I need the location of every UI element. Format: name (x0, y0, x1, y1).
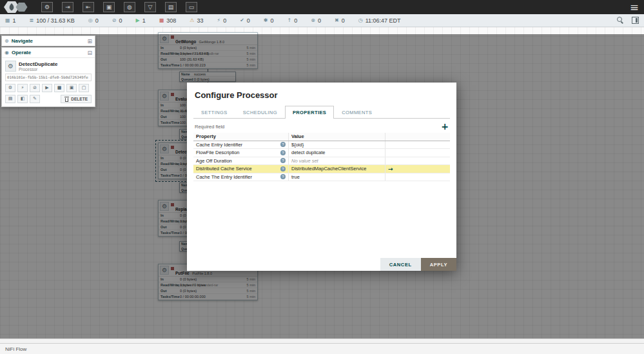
delete-button[interactable]: DELETE (61, 95, 92, 103)
properties-table: Property Value Cache Entry Identifier? $… (193, 133, 450, 181)
status-active-threads: ▦1 (5, 17, 16, 24)
navigate-icon: ⊕ (5, 38, 9, 44)
go-to-service-icon[interactable]: → (388, 166, 393, 172)
navigate-expand-icon[interactable]: ⊞ (87, 38, 92, 44)
status-running: ▶1 (136, 17, 146, 24)
stopped-icon: ■ (159, 17, 164, 23)
operate-panel: ◉ Operate ⊟ ⚙ DetectDuplicate Processor … (1, 47, 95, 107)
table-row[interactable]: Age Off Duration? No value set (193, 157, 450, 166)
table-row[interactable]: Cache The Entry Identifier? true (193, 173, 450, 182)
breadcrumb[interactable]: NiFi Flow (5, 346, 26, 352)
property-value: ${oid} (289, 141, 385, 149)
copy-button[interactable]: ▣ (66, 84, 77, 92)
table-row[interactable]: FlowFile Description? detect duplicate (193, 149, 450, 157)
selected-component-id: 016b101e-fb5b-15b1-dfe0-5b0d726349fe (5, 74, 92, 81)
sync-failure-icon: ✖ (335, 17, 339, 23)
up-to-date-icon: ✔ (240, 17, 244, 23)
status-stale: ↑0 (288, 17, 298, 24)
required-field-label: Required field (195, 124, 224, 130)
status-disabled: ⚡0 (217, 17, 227, 24)
status-locally-modified-stale: ⊗0 (311, 17, 321, 24)
enable-button[interactable]: ⚡ (17, 84, 28, 92)
property-value: detect duplicate (289, 149, 385, 157)
table-row-selected[interactable]: Distributed Cache Service? DistributedMa… (193, 165, 450, 173)
property-column-header: Property (193, 133, 289, 141)
fill-color-button[interactable]: ◧ (17, 95, 28, 103)
locally-modified-icon: ✱ (264, 17, 268, 23)
navigate-panel: ⊕ Navigate ⊞ (1, 35, 95, 46)
status-stopped: ■308 (159, 17, 177, 24)
component-toolbar: ⚙ ⇥ ⇤ ▣ ◍ ▽ ▤ ▭ (41, 2, 197, 12)
tab-comments[interactable]: COMMENTS (334, 106, 380, 118)
table-header-row: Property Value (193, 133, 450, 141)
apply-button[interactable]: APPLY (421, 258, 456, 271)
status-refresh[interactable]: ◷11:06:47 EDT (358, 17, 401, 24)
table-row[interactable]: Cache Entry Identifier? ${oid} (193, 141, 450, 150)
status-up-to-date: ✔0 (240, 17, 250, 24)
property-value: DistributedMapCacheClientService (289, 165, 385, 173)
add-property-button[interactable]: + (441, 123, 449, 130)
selected-component-icon: ⚙ (5, 61, 16, 72)
transmitting-icon: ◎ (88, 17, 93, 23)
funnel-tool-icon[interactable]: ▽ (144, 2, 156, 12)
output-port-tool-icon[interactable]: ⇤ (83, 2, 94, 12)
dialog-title: Configure Processor (187, 83, 456, 100)
remote-process-group-tool-icon[interactable]: ◍ (124, 2, 135, 12)
refresh-time: 11:06:47 EDT (366, 17, 401, 24)
operate-collapse-icon[interactable]: ⊟ (87, 50, 92, 56)
configure-processor-dialog: Configure Processor SETTINGS SCHEDULING … (187, 83, 456, 271)
clock-icon: ◷ (358, 17, 363, 23)
change-color-button[interactable]: ✎ (30, 95, 40, 103)
top-toolbar: ⚙ ⇥ ⇤ ▣ ◍ ▽ ▤ ▭ ≡ (0, 0, 644, 14)
running-icon: ▶ (136, 17, 140, 23)
status-invalid: ⚠33 (190, 17, 203, 24)
info-icon[interactable]: ? (280, 174, 286, 179)
status-locally-modified: ✱0 (264, 17, 274, 24)
operate-icon: ◉ (5, 50, 9, 55)
navigate-title: Navigate (12, 38, 33, 44)
status-transmitting: ◎0 (88, 17, 99, 24)
horizontal-scrollbar[interactable] (0, 339, 644, 343)
nifi-logo (0, 0, 37, 14)
configure-button[interactable]: ⚙ (5, 84, 15, 92)
group-button[interactable]: ▢ (79, 84, 89, 92)
start-button[interactable]: ▶ (42, 84, 52, 92)
info-icon[interactable]: ? (280, 150, 286, 155)
status-not-transmitting: ⊘0 (112, 17, 122, 24)
status-queued: ≣100 / 31.63 KB (30, 17, 75, 24)
tab-settings[interactable]: SETTINGS (193, 106, 235, 118)
disable-button[interactable]: ⊘ (30, 84, 40, 92)
search-icon[interactable] (617, 17, 624, 24)
cancel-button[interactable]: CANCEL (380, 258, 421, 271)
global-menu-icon[interactable]: ≡ (630, 0, 639, 14)
stale-icon: ↑ (288, 17, 292, 23)
operate-title: Operate (12, 50, 31, 55)
info-icon[interactable]: ? (280, 166, 286, 172)
stop-button[interactable]: ■ (54, 84, 64, 92)
trash-icon (64, 97, 69, 102)
nifi-app: ⚙ ⇥ ⇤ ▣ ◍ ▽ ▤ ▭ ≡ ▦1 ≣100 / 31.63 KB ◎0 … (0, 0, 644, 354)
status-sync-failure: ✖0 (335, 17, 345, 24)
tab-scheduling[interactable]: SCHEDULING (235, 106, 285, 118)
property-value: true (289, 173, 385, 181)
property-value: No value set (289, 157, 385, 165)
value-column-header: Value (289, 133, 385, 141)
invalid-icon: ⚠ (190, 17, 194, 23)
threads-icon: ▦ (5, 17, 10, 23)
not-transmitting-icon: ⊘ (112, 17, 117, 23)
info-icon[interactable]: ? (280, 142, 286, 147)
label-tool-icon[interactable]: ▭ (186, 2, 197, 12)
selected-component-name: DetectDuplicate (19, 61, 57, 67)
info-icon[interactable]: ? (280, 158, 286, 163)
template-tool-icon[interactable]: ▤ (165, 2, 177, 12)
selected-component-type: Processor (19, 67, 57, 72)
queued-icon: ≣ (30, 17, 34, 23)
panel-toggle-icon[interactable] (632, 17, 639, 24)
dialog-tabs: SETTINGS SCHEDULING PROPERTIES COMMENTS (193, 106, 450, 119)
processor-tool-icon[interactable]: ⚙ (41, 2, 53, 12)
tab-properties[interactable]: PROPERTIES (285, 106, 334, 119)
flow-status-bar: ▦1 ≣100 / 31.63 KB ◎0 ⊘0 ▶1 ■308 ⚠33 ⚡0 … (0, 14, 644, 27)
process-group-tool-icon[interactable]: ▣ (103, 2, 115, 12)
input-port-tool-icon[interactable]: ⇥ (62, 2, 73, 12)
paste-button[interactable]: ▤ (5, 95, 15, 103)
